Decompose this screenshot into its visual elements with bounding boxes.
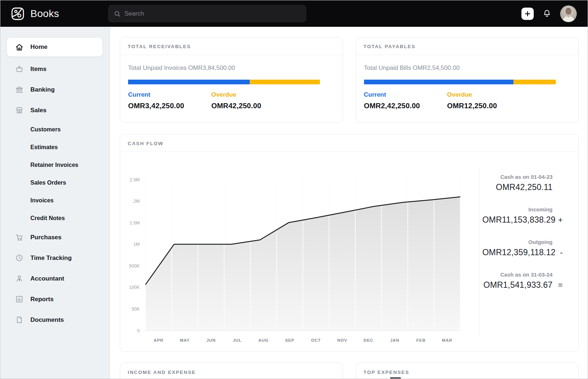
x-tick-label: SEP	[285, 338, 295, 342]
card-title: TOTAL RECEIVABLES	[120, 37, 343, 55]
x-tick-label: MAY	[180, 338, 190, 342]
top-bar: Books	[0, 0, 588, 27]
card-title: CASH FLOW	[120, 134, 578, 152]
total-payables-card: TOTAL PAYABLES Total Unpaid Bills OMR2,5…	[356, 37, 579, 123]
plus-icon	[524, 10, 531, 17]
minus-operator: -	[555, 248, 563, 257]
x-tick-label: FEB	[416, 338, 426, 342]
sidebar-item-label: Banking	[30, 86, 55, 93]
y-tick-label: 500K	[129, 264, 140, 269]
search-bar[interactable]	[108, 5, 306, 22]
bell-icon	[542, 9, 552, 18]
y-tick-label: 2M	[134, 199, 140, 204]
total-receivables-card: TOTAL RECEIVABLES Total Unpaid Invoices …	[120, 37, 343, 123]
x-tick-label: JUL	[233, 338, 242, 342]
current-segment	[364, 80, 513, 84]
overdue-amount: OMR12,250.00	[447, 102, 530, 110]
sidebar-item-label: Purchases	[30, 234, 62, 241]
sidebar-item-banking[interactable]: Banking	[0, 79, 110, 100]
unpaid-summary: Total Unpaid Bills OMR2,54,500.00	[364, 64, 571, 72]
sidebar-item-home[interactable]: Home	[7, 38, 102, 56]
x-tick-label: AUG	[258, 338, 268, 342]
items-icon	[15, 64, 24, 73]
cash-opening-stat: Cash as on 01-04-23 OMR42,250.11	[482, 174, 563, 192]
x-tick-label: NOV	[337, 338, 347, 342]
y-tick-label: 0	[137, 328, 140, 333]
current-amount: OMR3,42,250.00	[128, 102, 211, 110]
home-icon	[15, 43, 24, 52]
y-tick-label: 1.5M	[130, 220, 140, 226]
cash-closing-stat: Cash as on 31-03-24 OMR1,541,933.67 =	[482, 271, 563, 290]
notifications-button[interactable]	[542, 9, 552, 18]
x-tick-label: JUN	[206, 338, 216, 342]
dashboard-main: TOTAL RECEIVABLES Total Unpaid Invoices …	[110, 27, 588, 379]
y-tick-label: 100K	[129, 285, 140, 290]
sidebar-item-label: Reports	[30, 296, 54, 303]
add-new-button[interactable]	[521, 8, 534, 20]
work-area: Home Items Banking	[0, 27, 588, 379]
sidebar-item-retainer-invoices[interactable]: Retainer Invoices	[0, 156, 110, 174]
documents-icon	[15, 315, 24, 324]
sidebar-item-credit-notes[interactable]: Credit Notes	[0, 209, 110, 227]
accountant-icon	[15, 274, 24, 283]
reports-icon	[15, 295, 24, 304]
cash-flow-summary: Cash as on 01-04-23 OMR42,250.11 Incomin…	[479, 169, 579, 337]
sidebar-item-label: Time Tracking	[30, 254, 72, 262]
search-icon	[114, 10, 121, 17]
y-tick-label: 50K	[132, 307, 140, 312]
outgoing-stat: Outgoing OMR12,359,118.12 -	[482, 239, 563, 257]
current-label: Current	[364, 91, 447, 98]
totals-row: TOTAL RECEIVABLES Total Unpaid Invoices …	[120, 37, 579, 123]
app-window: Books	[0, 0, 588, 379]
sidebar-item-invoices[interactable]: Invoices	[0, 191, 110, 209]
sidebar-item-label: Home	[30, 43, 47, 51]
sidebar-item-sales-orders[interactable]: Sales Orders	[0, 174, 110, 191]
equals-operator: =	[553, 281, 563, 290]
cash-flow-chart: 050K100K500K1M1.5M2M2.5MAPRMAYJUNJULAUGS…	[127, 169, 479, 350]
topbar-actions	[521, 5, 588, 22]
horizontal-scrollbar-thumb[interactable]	[390, 377, 401, 379]
search-input[interactable]	[124, 10, 301, 17]
x-tick-label: MAR	[442, 338, 452, 342]
cash-flow-chart-area: 050K100K500K1M1.5M2M2.5MAPRMAYJUNJULAUGS…	[120, 152, 479, 351]
card-title: TOP EXPENSES	[356, 363, 579, 379]
bottom-cards-row: INCOME AND EXPENSE TOP EXPENSES	[120, 363, 579, 379]
sidebar-item-customers[interactable]: Customers	[0, 121, 110, 138]
payables-progress-bar	[364, 80, 556, 84]
income-and-expense-card: INCOME AND EXPENSE	[120, 363, 343, 379]
overdue-label: Overdue	[211, 91, 295, 98]
sidebar-item-accountant[interactable]: Accountant	[0, 268, 110, 289]
overdue-segment	[250, 80, 320, 84]
books-logo-icon	[10, 6, 25, 21]
sidebar-item-estimates[interactable]: Estimates	[0, 138, 110, 156]
card-title: TOTAL PAYABLES	[356, 37, 579, 55]
current-label: Current	[128, 91, 211, 98]
brand: Books	[0, 6, 108, 21]
current-segment	[128, 80, 250, 84]
sidebar: Home Items Banking	[0, 27, 110, 379]
cash-flow-card: CASH FLOW 050K100K500K1M1.5M2M2.5MAPRMAY…	[120, 134, 579, 352]
top-expenses-card: TOP EXPENSES	[356, 363, 579, 379]
sidebar-item-purchases[interactable]: Purchases	[0, 227, 110, 248]
sidebar-item-label: Sales	[30, 107, 46, 114]
purchases-icon	[15, 233, 24, 242]
sidebar-item-documents[interactable]: Documents	[0, 309, 110, 330]
time-tracking-icon	[15, 253, 24, 262]
user-avatar[interactable]	[560, 5, 577, 22]
x-tick-label: APR	[154, 338, 164, 342]
y-tick-label: 1M	[134, 242, 140, 247]
x-tick-label: OCT	[311, 338, 321, 342]
sidebar-item-sales[interactable]: Sales	[0, 100, 110, 121]
app-title: Books	[30, 8, 59, 20]
sidebar-item-reports[interactable]: Reports	[0, 289, 110, 309]
sidebar-item-label: Documents	[30, 316, 64, 324]
x-tick-label: JAN	[390, 338, 399, 342]
sidebar-item-items[interactable]: Items	[0, 59, 110, 79]
banking-icon	[15, 85, 24, 94]
x-tick-label: DEC	[364, 338, 373, 342]
sidebar-item-time-tracking[interactable]: Time Tracking	[0, 248, 110, 268]
incoming-stat: Incoming OMR11,153,838.29 +	[482, 206, 563, 225]
sidebar-item-label: Accountant	[30, 275, 64, 282]
sales-icon	[15, 106, 24, 115]
overdue-segment	[513, 80, 556, 84]
